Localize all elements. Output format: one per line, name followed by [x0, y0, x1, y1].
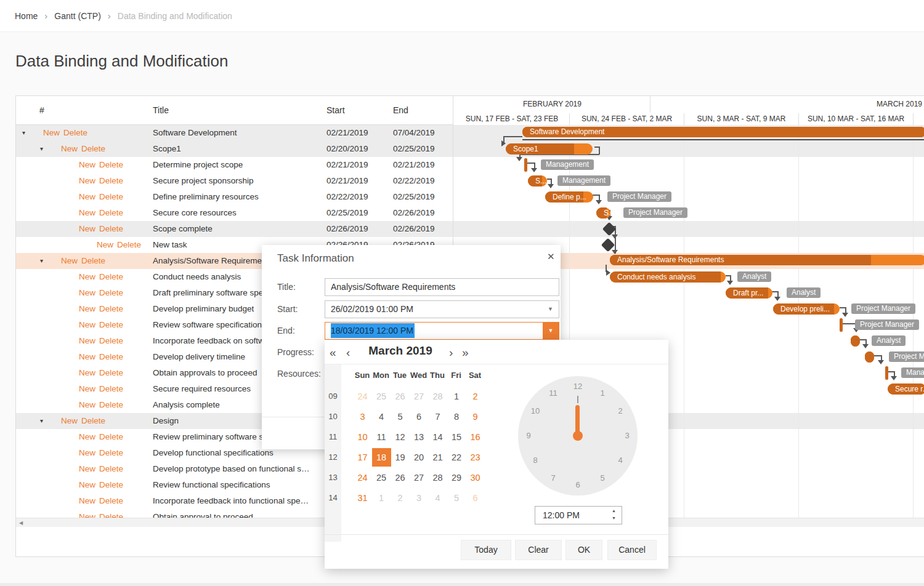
column-header-title[interactable]: Title	[153, 95, 169, 125]
row-delete-link[interactable]: Delete	[81, 413, 105, 429]
calendar-day[interactable]: 11	[372, 428, 391, 446]
calendar-day[interactable]: 1	[372, 489, 391, 507]
row-new-link[interactable]: New	[79, 157, 95, 173]
calendar-day[interactable]: 8	[447, 407, 466, 426]
calendar-day[interactable]: 29	[447, 468, 466, 487]
row-delete-link[interactable]: Delete	[99, 397, 123, 413]
task-bar[interactable]: Conduct needs analysis	[610, 271, 726, 283]
calendar-day[interactable]: 16	[466, 428, 485, 446]
row-new-link[interactable]: New	[79, 493, 95, 509]
row-delete-link[interactable]: Delete	[81, 253, 105, 269]
calendar-day[interactable]: 4	[428, 489, 447, 507]
task-bar-thin[interactable]	[524, 158, 527, 172]
row-delete-link[interactable]: Delete	[63, 125, 87, 141]
row-new-link[interactable]: New	[79, 397, 95, 413]
row-new-link[interactable]: New	[79, 221, 95, 237]
row-new-link[interactable]: New	[79, 333, 95, 349]
row-new-link[interactable]: New	[79, 301, 95, 317]
row-new-link[interactable]: New	[79, 429, 95, 445]
task-bar[interactable]: S...	[596, 207, 610, 219]
row-new-link[interactable]: New	[79, 269, 95, 285]
timeline-week-cell[interactable]	[913, 113, 924, 125]
calendar-day[interactable]: 10	[353, 428, 372, 446]
calendar-day[interactable]: 15	[447, 428, 466, 446]
breadcrumb-item[interactable]: Home	[15, 11, 38, 21]
task-bar[interactable]: Scope1	[506, 143, 593, 155]
timeline-week-cell[interactable]: SUN, 10 MAR - SAT, 16 MAR	[798, 113, 913, 125]
row-new-link[interactable]: New	[79, 173, 95, 189]
today-button[interactable]: Today	[461, 540, 511, 560]
row-delete-link[interactable]: Delete	[99, 477, 123, 493]
calendar-day[interactable]: 27	[410, 387, 429, 406]
timeline-month-cell[interactable]: MARCH 2019	[650, 95, 924, 113]
row-expand-icon[interactable]: ▾	[40, 141, 43, 157]
calendar-day[interactable]: 21	[428, 448, 447, 467]
row-delete-link[interactable]: Delete	[99, 509, 123, 518]
row-new-link[interactable]: New	[61, 253, 78, 269]
calendar-day[interactable]: 24	[353, 468, 372, 487]
clear-button[interactable]: Clear	[515, 540, 562, 560]
calendar-day[interactable]: 14	[428, 428, 447, 446]
scroll-left-icon[interactable]: ◀	[19, 520, 23, 526]
row-delete-link[interactable]: Delete	[99, 301, 123, 317]
row-new-link[interactable]: New	[79, 205, 95, 221]
calendar-day-selected[interactable]: 18	[372, 448, 391, 467]
calendar-day[interactable]: 31	[353, 489, 372, 507]
column-header-num[interactable]: #	[36, 95, 48, 125]
calendar-day[interactable]: 30	[466, 468, 485, 487]
row-new-link[interactable]: New	[79, 317, 95, 333]
calendar-day[interactable]: 2	[466, 387, 485, 406]
timeline-week-cell[interactable]: SUN, 3 MAR - SAT, 9 MAR	[684, 113, 798, 125]
column-header-start[interactable]: Start	[326, 95, 345, 125]
calendar-day[interactable]: 27	[410, 468, 429, 487]
row-new-link[interactable]: New	[79, 189, 95, 205]
row-delete-link[interactable]: Delete	[99, 317, 123, 333]
row-new-link[interactable]: New	[79, 461, 95, 477]
calendar-day[interactable]: 24	[353, 387, 372, 406]
row-delete-link[interactable]: Delete	[99, 445, 123, 461]
task-bar[interactable]	[865, 351, 874, 363]
row-new-link[interactable]: New	[79, 509, 95, 518]
row-delete-link[interactable]: Delete	[99, 381, 123, 397]
row-new-link[interactable]: New	[79, 365, 95, 381]
task-bar[interactable]: S...	[528, 175, 547, 187]
time-spinner-up-icon[interactable]: ▲	[612, 508, 616, 513]
next-month-icon[interactable]: ›	[449, 345, 453, 361]
row-new-link[interactable]: New	[79, 349, 95, 365]
end-dropdown-button[interactable]: ▼	[543, 323, 559, 339]
row-new-link[interactable]: New	[43, 125, 60, 141]
calendar-day[interactable]: 5	[391, 407, 410, 426]
calendar-day[interactable]: 9	[466, 407, 485, 426]
start-field[interactable]: 26/02/2019 01:00 PM ▼	[325, 300, 559, 318]
prev-year-icon[interactable]: «	[330, 345, 336, 361]
row-expand-icon[interactable]: ▾	[40, 413, 43, 429]
calendar-day[interactable]: 5	[447, 489, 466, 507]
task-bar[interactable]: Define p...	[545, 191, 593, 203]
row-delete-link[interactable]: Delete	[81, 141, 105, 157]
row-delete-link[interactable]: Delete	[99, 205, 123, 221]
summary-bar[interactable]: Software Development	[522, 127, 924, 137]
timeline-week-cell[interactable]: SUN, 24 FEB - SAT, 2 MAR	[569, 113, 684, 125]
task-bar[interactable]: Develop preli...	[773, 303, 840, 315]
row-delete-link[interactable]: Delete	[99, 285, 123, 301]
timeline-month-cell[interactable]: FEBRUARY 2019	[455, 95, 650, 113]
time-spinner-down-icon[interactable]: ▼	[612, 516, 616, 520]
task-bar[interactable]	[851, 335, 860, 347]
calendar-day[interactable]: 12	[391, 428, 410, 446]
title-field[interactable]: Analysis/Software Requirements	[325, 278, 559, 296]
row-delete-link[interactable]: Delete	[99, 157, 123, 173]
row-delete-link[interactable]: Delete	[99, 365, 123, 381]
row-delete-link[interactable]: Delete	[117, 237, 141, 253]
calendar-day[interactable]: 2	[391, 489, 410, 507]
row-delete-link[interactable]: Delete	[99, 349, 123, 365]
calendar-day[interactable]: 13	[410, 428, 429, 446]
row-new-link[interactable]: New	[79, 381, 95, 397]
ok-button[interactable]: OK	[565, 540, 602, 560]
row-new-link[interactable]: New	[61, 413, 78, 429]
row-new-link[interactable]: New	[61, 141, 78, 157]
task-bar[interactable]: Secure r...	[888, 383, 924, 395]
prev-month-icon[interactable]: ‹	[346, 345, 350, 361]
row-delete-link[interactable]: Delete	[99, 269, 123, 285]
close-icon[interactable]: ✕	[547, 251, 555, 262]
calendar-day[interactable]: 20	[410, 448, 429, 467]
